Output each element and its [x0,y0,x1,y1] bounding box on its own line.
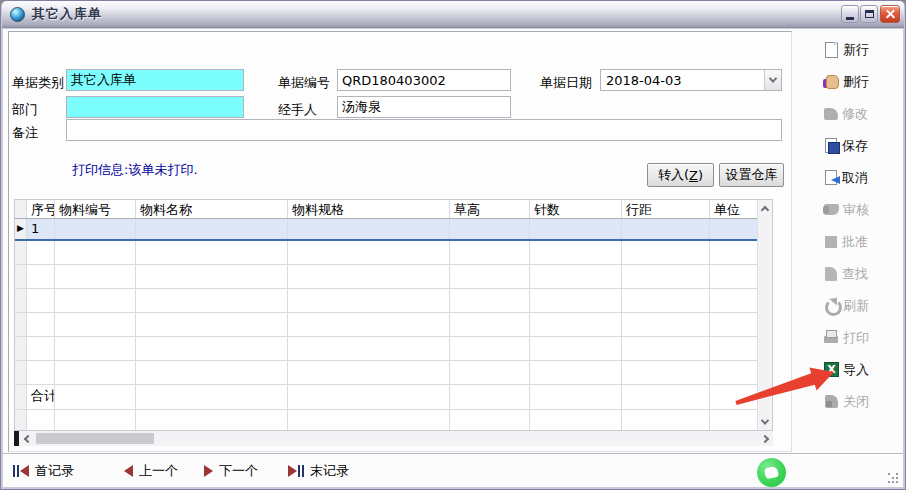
scroll-down-button[interactable] [758,414,773,430]
grid-cell[interactable] [450,219,530,239]
first-record-button[interactable]: 首记录 [13,462,74,480]
grid-cell[interactable] [710,337,757,360]
horizontal-scroll-thumb[interactable] [36,433,154,444]
grid-cell[interactable] [710,265,757,288]
grid-cell[interactable] [622,241,710,264]
transfer-button[interactable]: 转入(Z) [647,163,714,187]
grid-cell[interactable] [622,410,710,430]
toolbar-button-save[interactable]: 保存 [823,135,899,156]
grid-cell[interactable] [288,219,450,239]
previous-button[interactable]: 上一个 [124,462,178,480]
vertical-scrollbar[interactable] [757,200,772,430]
grid-cell[interactable] [55,337,136,360]
grid-cell[interactable] [27,361,55,384]
grid-cell[interactable] [710,219,757,239]
confirm-overlay-icon[interactable] [757,458,786,487]
grid-cell[interactable] [530,289,622,312]
table-row[interactable] [15,265,757,289]
grid-cell[interactable] [622,289,710,312]
grid-cell[interactable] [710,385,757,409]
grid-cell[interactable] [55,289,136,312]
grid-cell[interactable] [530,410,622,430]
handler-field[interactable] [337,96,511,118]
grid-cell[interactable] [530,241,622,264]
grid-cell[interactable] [136,241,288,264]
grid-cell[interactable] [27,313,55,336]
grid-cell[interactable] [288,361,450,384]
grid-cell[interactable] [55,410,136,430]
grid-cell[interactable] [530,265,622,288]
grid-cell[interactable] [288,265,450,288]
column-header[interactable]: 针数 [530,200,622,218]
grid-header-row[interactable]: 序号物料编号物料名称物料规格草高针数行距单位 [15,200,757,219]
grid-cell[interactable] [450,265,530,288]
grid-cell[interactable] [27,241,55,264]
grid-cell[interactable] [710,313,757,336]
grid-cell[interactable] [622,265,710,288]
grid-cell[interactable] [530,313,622,336]
doc-type-field[interactable] [66,69,244,91]
column-header[interactable]: 序号 [27,200,55,218]
column-header[interactable]: 物料编号 [55,200,136,218]
doc-date-field[interactable]: 2018-04-03 [600,69,782,91]
grid-cell[interactable] [55,241,136,264]
grid-cell[interactable] [288,385,450,409]
grid-cell[interactable] [288,241,450,264]
toolbar-button-import[interactable]: 导入 [823,359,899,380]
grid-cell[interactable] [450,361,530,384]
grid-cell[interactable] [27,337,55,360]
grid-cell[interactable] [710,410,757,430]
grid-cell[interactable] [450,410,530,430]
grid-cell[interactable] [136,289,288,312]
column-header[interactable]: 草高 [450,200,530,218]
grid-cell[interactable] [530,385,622,409]
grid-cell[interactable] [288,337,450,360]
toolbar-button-delete-row[interactable]: 删行 [823,71,899,92]
grid-cell[interactable] [136,361,288,384]
table-row[interactable] [15,337,757,361]
table-row[interactable]: ▶1 [15,219,757,241]
close-button[interactable] [880,5,900,23]
remark-field[interactable] [66,119,782,141]
next-button[interactable]: 下一个 [204,462,258,480]
grid-cell[interactable] [622,361,710,384]
grid-cell[interactable] [450,241,530,264]
set-warehouse-button[interactable]: 设置仓库 [719,163,784,187]
grid-cell[interactable]: 1 [27,219,55,239]
grid-cell[interactable] [55,265,136,288]
grid-cell[interactable] [55,361,136,384]
grid-cell[interactable] [450,313,530,336]
table-row[interactable] [15,361,757,385]
grid-cell[interactable] [288,313,450,336]
scroll-up-button[interactable] [758,200,773,216]
toolbar-button-new-row[interactable]: 新行 [823,39,899,60]
column-header[interactable]: 物料名称 [136,200,288,218]
grid-cell[interactable] [530,337,622,360]
table-row[interactable] [15,410,757,430]
grid-cell[interactable] [27,265,55,288]
grid-cell[interactable] [622,219,710,239]
doc-no-field[interactable] [337,69,511,91]
scroll-right-button[interactable] [758,431,773,446]
total-row[interactable]: 合计 [15,385,757,410]
grid-cell[interactable] [55,219,136,239]
grid-cell[interactable] [450,385,530,409]
table-row[interactable] [15,241,757,265]
maximize-button[interactable] [860,5,878,23]
grid-cell[interactable] [622,337,710,360]
grid-cell[interactable] [450,337,530,360]
table-row[interactable] [15,313,757,337]
table-row[interactable] [15,289,757,313]
grid-cell[interactable] [710,241,757,264]
grid-cell[interactable] [710,289,757,312]
doc-date-dropdown-button[interactable] [764,70,781,90]
grid-cell[interactable] [55,313,136,336]
last-record-button[interactable]: 末记录 [288,462,349,480]
grid-cell[interactable] [27,289,55,312]
grid-cell[interactable] [288,410,450,430]
grid-cell[interactable] [530,361,622,384]
scroll-left-button[interactable] [19,431,34,446]
column-header[interactable]: 物料规格 [288,200,450,218]
grid-cell[interactable] [450,289,530,312]
toolbar-button-cancel[interactable]: 取消 [823,167,899,188]
